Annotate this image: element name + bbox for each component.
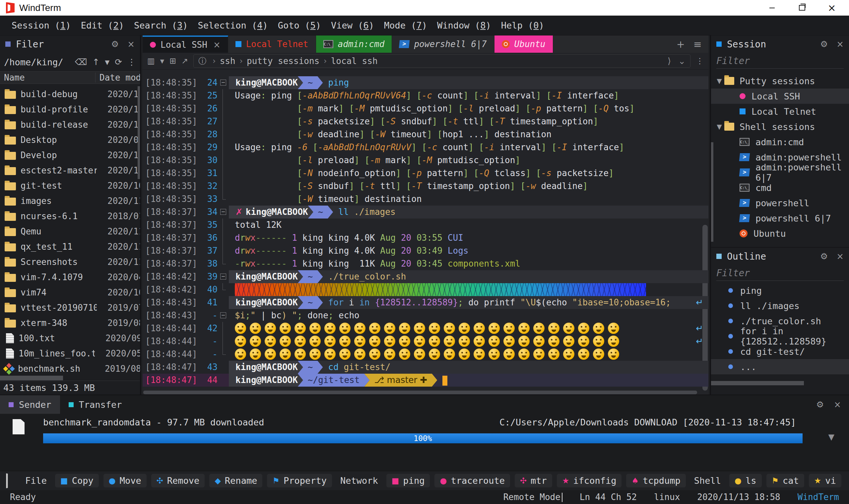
menu-item-goto[interactable]: Goto (5)	[273, 16, 326, 35]
toolbar-button-ifconfig[interactable]: ★ifconfig	[557, 474, 622, 487]
session-filter-input[interactable]: Filter	[716, 55, 844, 69]
menu-item-view[interactable]: View (6)	[326, 16, 379, 35]
terminal-tab-admin-cmd[interactable]: C:\_admin:cmd	[316, 35, 392, 53]
breadcrumb-expand-icon[interactable]: ⌄	[678, 56, 686, 66]
file-row[interactable]: esctest2-master2020/10/	[0, 163, 140, 178]
file-row[interactable]: qx_test_112020/11/	[0, 239, 140, 254]
breadcrumb-item-putty-sessions[interactable]: putty sessions	[247, 56, 319, 66]
path-dropdown-icon[interactable]: ▼	[105, 59, 109, 66]
filer-close-icon[interactable]: ×	[127, 39, 134, 49]
file-row[interactable]: benchmark.sh2019/08/	[0, 361, 140, 376]
session-item-admin-powershell-6-7[interactable]: >admin:powershell 6|7	[711, 165, 849, 180]
breadcrumb-item-local-ssh[interactable]: local ssh	[331, 56, 378, 66]
menu-item-search[interactable]: Search (3)	[129, 16, 193, 35]
addressbar-kebab-icon[interactable]: ⋮	[696, 56, 704, 66]
filer-path-input[interactable]: /home/king/	[4, 57, 70, 67]
outline-item-for-i-in-128512-128589[interactable]: for i in {128512..128589}	[711, 329, 849, 344]
session-item-local-ssh[interactable]: Local SSH	[711, 89, 849, 104]
breadcrumb-forward-icon[interactable]: ⟩	[668, 56, 671, 66]
restore-button[interactable]	[797, 3, 807, 13]
fold-toggle-icon[interactable]: –	[220, 79, 226, 86]
toolbar-button-tcpdump[interactable]: ♠tcpdump	[626, 474, 686, 487]
outline-close-icon[interactable]: ×	[836, 251, 844, 261]
session-item-ubuntu[interactable]: Ubuntu	[711, 226, 849, 241]
session-group-putty-sessions[interactable]: ▼Putty sessions	[711, 73, 849, 89]
toolbar-button-traceroute[interactable]: ●traceroute	[434, 474, 510, 487]
file-row[interactable]: Qemu2020/11/	[0, 224, 140, 239]
filer-vertical-scrollbar[interactable]	[138, 86, 140, 179]
tab-list-menu-icon[interactable]: ≡	[693, 38, 702, 50]
menu-item-mode[interactable]: Mode (7)	[379, 16, 432, 35]
status-datetime[interactable]: 2020/11/13 18:58	[697, 492, 780, 502]
fold-toggle-icon[interactable]: –	[220, 209, 226, 215]
menu-item-edit[interactable]: Edit (2)	[76, 16, 129, 35]
toolbar-button-ls[interactable]: ●ls	[729, 474, 761, 487]
transfer-dropdown-icon[interactable]: ▼	[828, 432, 834, 442]
file-row[interactable]: build-debug2020/11/	[0, 87, 140, 102]
chevron-down-icon[interactable]: ▼	[715, 77, 724, 85]
fold-toggle-icon[interactable]: –	[220, 273, 226, 280]
transfer-tab-transfer[interactable]: Transfer	[60, 395, 131, 414]
file-row[interactable]: 10m_lines_foo.t…2020/05/	[0, 346, 140, 361]
outline-settings-gear-icon[interactable]: ⚙	[820, 251, 828, 261]
up-directory-icon[interactable]: ↑	[92, 57, 100, 67]
menu-item-session[interactable]: Session (1)	[7, 16, 76, 35]
filer-settings-gear-icon[interactable]: ⚙	[111, 39, 119, 49]
split-view-icon[interactable]: ▥	[147, 56, 155, 66]
toolbar-button-ping[interactable]: ■ping	[386, 474, 430, 487]
transfer-tab-sender[interactable]: Sender	[0, 395, 60, 414]
terminal-tab-ubuntu[interactable]: Ubuntu	[494, 35, 553, 53]
new-tab-button[interactable]: +	[676, 38, 685, 50]
file-row[interactable]: build-release2020/11/	[0, 117, 140, 132]
refresh-icon[interactable]: ⟳	[115, 57, 122, 67]
info-icon[interactable]: ⓘ	[198, 56, 206, 66]
toolbar-button-copy[interactable]: ■Copy	[55, 474, 99, 487]
menu-item-selection[interactable]: Selection (4)	[193, 16, 273, 35]
menu-item-window[interactable]: Window (8)	[432, 16, 496, 35]
minimize-button[interactable]	[767, 3, 777, 13]
status-mode[interactable]: Remote Mode	[503, 492, 562, 502]
toolbar-button-move[interactable]: ●Move	[104, 474, 147, 487]
filer-menu-kebab-icon[interactable]: ⋮	[127, 57, 136, 67]
file-row[interactable]: vttest-201907102019/07/	[0, 300, 140, 315]
toolbar-button-vi[interactable]: ★vi	[809, 474, 842, 487]
toolbar-button-rename[interactable]: ◆Rename	[209, 474, 262, 487]
file-row[interactable]: Screenshots2020/11/	[0, 254, 140, 270]
file-row[interactable]: xterm-3482019/08/	[0, 315, 140, 330]
column-header-name[interactable]: Name	[0, 73, 95, 83]
session-settings-gear-icon[interactable]: ⚙	[820, 39, 828, 49]
new-window-icon[interactable]: ⊞	[169, 56, 176, 66]
terminal-output[interactable]: [18:48:35]24–king@MACBOOK~ping[18:48:35]…	[143, 70, 708, 395]
file-row[interactable]: ncurses-6.12018/01/	[0, 209, 140, 224]
column-header-date[interactable]: Date mod	[95, 73, 140, 83]
terminal-horizontal-scrollbar[interactable]	[143, 391, 697, 394]
file-row[interactable]: Develop2020/11/	[0, 147, 140, 163]
session-item-powershell-6-7[interactable]: >powershell 6|7	[711, 211, 849, 226]
session-item-admin-cmd[interactable]: C:\_admin:cmd	[711, 134, 849, 149]
transfer-close-icon[interactable]: ×	[834, 399, 841, 410]
split-dropdown-icon[interactable]: ▼	[160, 58, 164, 64]
outline-horizontal-scrollbar[interactable]	[711, 381, 804, 385]
clear-path-icon[interactable]: ⌫	[75, 57, 87, 67]
file-row[interactable]: git-test2020/10/	[0, 178, 140, 193]
toolbar-button-property[interactable]: ⚑Property	[267, 474, 332, 487]
status-app-link[interactable]: WindTerm	[798, 492, 839, 502]
session-vertical-scrollbar[interactable]	[711, 142, 713, 242]
file-row[interactable]: vim742020/10/	[0, 285, 140, 300]
outline-filter-input[interactable]: Filter	[716, 268, 844, 281]
session-group-shell-sessions[interactable]: ▼Shell sessions	[711, 119, 849, 134]
fold-toggle-icon[interactable]: –	[220, 312, 226, 318]
outline-item-ll-images[interactable]: ll ./images	[711, 298, 849, 313]
file-row[interactable]: images2020/11/	[0, 193, 140, 209]
session-item-local-telnet[interactable]: Local Telnet	[711, 104, 849, 119]
file-row[interactable]: vim-7.4.10792020/04/	[0, 270, 140, 285]
status-os[interactable]: linux	[654, 492, 680, 502]
toolbar-button-remove[interactable]: ✣Remove	[151, 474, 205, 487]
outline-item-[interactable]: ...	[711, 359, 849, 374]
session-close-icon[interactable]: ×	[836, 39, 844, 49]
toolbar-button-cat[interactable]: ⚑cat	[766, 474, 804, 487]
detach-icon[interactable]: ↗	[181, 56, 188, 66]
menu-item-help[interactable]: Help (0)	[496, 16, 549, 35]
file-row[interactable]: 100.txt2020/09/	[0, 330, 140, 346]
session-item-powershell[interactable]: >powershell	[711, 195, 849, 211]
